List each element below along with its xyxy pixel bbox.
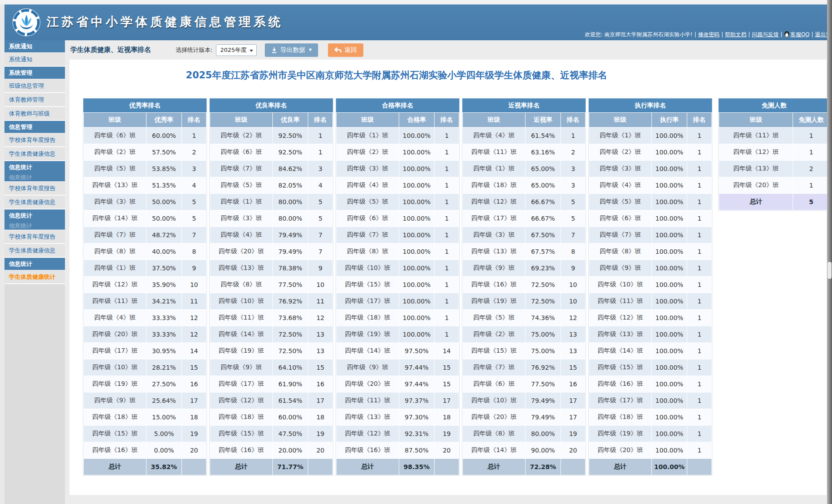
sidebar-item[interactable]: 学校体育年度报告: [4, 133, 65, 147]
sidebar-item[interactable]: 系统通知: [4, 53, 65, 67]
table-cell: 四年级《2》班: [589, 144, 652, 161]
table-cell: 四年级《7》班: [210, 161, 273, 177]
sidebar-item[interactable]: 学校体育年度报告: [4, 182, 65, 196]
table-cell: 1: [687, 161, 712, 177]
table-cell: 四年级《12》班: [463, 194, 526, 210]
table-cell: 四年级《11》班: [589, 293, 652, 310]
main-panel: 2025年度江苏省苏州市吴中区南京师范大学附属苏州石湖实验小学四年级学生体质健康…: [69, 60, 827, 495]
table-cell: 14: [182, 343, 207, 359]
table-cell: 10: [561, 277, 586, 293]
sidebar-item[interactable]: 学生体质健康信息: [4, 244, 65, 258]
table-cell: 四年级《11》班: [210, 310, 273, 326]
table-cell: 10: [182, 277, 207, 293]
header-link-客服QQ[interactable]: 客服QQ: [790, 31, 810, 38]
vertical-scrollbar[interactable]: [827, 0, 832, 504]
sidebar-label: 学生体质健康统计: [9, 273, 56, 280]
table-cell: 四年级《20》班: [719, 177, 793, 194]
back-button[interactable]: 返回: [328, 43, 363, 57]
table-cell: 100.00%: [651, 128, 687, 144]
sidebar-item[interactable]: 学生体质健康信息: [4, 147, 65, 161]
table-cell: 61.54%: [272, 393, 308, 409]
sidebar-item[interactable]: 班级信息管理: [4, 79, 65, 93]
total-cell: 总计: [719, 194, 793, 210]
table-cell: 79.49%: [272, 227, 308, 243]
link-separator: |: [748, 31, 750, 38]
sidebar-label: 学生体质健康信息: [9, 199, 56, 205]
total-cell: [182, 459, 207, 475]
table-good-rate-ranking: 优良率排名班级优良率排名四年级《2》班92.50%1四年级《6》班92.50%1…: [209, 98, 333, 476]
table-cell: 92.50%: [272, 144, 308, 161]
table-row: 四年级《5》班74.36%12: [463, 310, 586, 326]
table-row: 四年级《16》班72.50%10: [463, 277, 586, 293]
header-link-修改密码[interactable]: 修改密码: [698, 31, 720, 38]
table-row: 四年级《8》班80.00%19: [463, 426, 586, 442]
table-cell: 四年级《3》班: [210, 210, 273, 227]
table-cell: 19: [561, 426, 586, 442]
total-cell: 98.35%: [399, 459, 434, 475]
table-group-header: 免测人数: [719, 98, 830, 112]
table-row: 四年级《16》班87.50%20: [336, 442, 459, 459]
table-row: 四年级《4》班79.49%7: [210, 227, 333, 243]
table-cell: 100.00%: [399, 326, 434, 343]
column-header: 近视率: [525, 113, 560, 128]
table-row: 四年级《9》班100.00%1: [589, 260, 712, 277]
sidebar-item[interactable]: 学生体质健康统计: [4, 270, 65, 284]
sidebar-group-header[interactable]: 信息统计信息统计: [4, 161, 65, 182]
table-row: 四年级《5》班53.85%3: [84, 161, 207, 177]
table-cell: 1: [182, 128, 207, 144]
sidebar-item[interactable]: 体育教师管理: [4, 93, 65, 107]
table-cell: 1: [435, 177, 459, 194]
table-cell: 1: [687, 260, 712, 277]
scrollbar-thumb[interactable]: [828, 262, 832, 279]
table-cell: 四年级《15》班: [589, 359, 652, 376]
table-cell: 77.50%: [272, 277, 308, 293]
table-cell: 13: [561, 343, 586, 359]
column-header-row: 班级优秀率排名: [84, 113, 207, 128]
app-header: 江苏省中小学体质健康信息管理系统 欢迎您: 南京师范大学附属苏州石湖实验小学!|…: [4, 4, 832, 40]
table-cell: 80.00%: [272, 210, 308, 227]
column-header: 优秀率: [146, 113, 181, 128]
table-row: 四年级《12》班35.90%10: [84, 277, 207, 293]
version-select[interactable]: 2025年度: [216, 44, 257, 56]
table-cell: 3: [561, 177, 586, 194]
export-data-button[interactable]: 导出数据 ▼: [265, 43, 318, 57]
table-row: 四年级《7》班84.62%3: [210, 161, 333, 177]
sidebar-item[interactable]: 体育教师与班级: [4, 107, 65, 121]
sidebar-group-header[interactable]: 信息统计: [4, 258, 65, 270]
table-cell: 四年级《14》班: [336, 343, 399, 359]
table-cell: 12: [182, 326, 207, 343]
table-cell: 100.00%: [651, 144, 687, 161]
table-cell: 四年级《7》班: [84, 227, 147, 243]
table-cell: 66.67%: [525, 194, 560, 210]
sidebar-ghost-label: 信息统计: [9, 174, 65, 180]
table-cell: 7: [182, 227, 207, 243]
table-cell: 1: [687, 409, 712, 426]
table-cell: 1: [687, 177, 712, 194]
table-cell: 10: [308, 277, 333, 293]
table-cell: 四年级《4》班: [210, 227, 273, 243]
table-row: 四年级《19》班72.50%13: [210, 343, 333, 359]
sidebar-item[interactable]: 学生体质健康信息: [4, 196, 65, 209]
table-cell: 69.23%: [525, 260, 560, 277]
window-left-edge: [0, 4, 4, 504]
sidebar-group-header[interactable]: 系统管理: [4, 67, 65, 79]
table-execution-rate-ranking: 执行率排名班级执行率排名四年级《1》班100.00%1四年级《2》班100.00…: [588, 98, 712, 476]
table-cell: 97.44%: [399, 359, 434, 376]
sidebar-item[interactable]: 学校体育年度报告: [4, 230, 65, 244]
table-cell: 100.00%: [651, 177, 687, 194]
table-row: 四年级《19》班27.50%16: [84, 376, 207, 393]
sidebar-group-header[interactable]: 信息统计信息统计: [4, 209, 65, 230]
sidebar-group-header[interactable]: 系统通知: [4, 40, 65, 53]
header-link-帮助文档[interactable]: 帮助文档: [725, 31, 746, 38]
table-cell: 四年级《17》班: [463, 210, 526, 227]
header-link-问题与反馈[interactable]: 问题与反馈: [752, 31, 779, 38]
table-cell: 1: [435, 210, 459, 227]
table-row: 四年级《17》班66.67%5: [463, 210, 586, 227]
table-cell: 四年级《19》班: [589, 426, 652, 442]
table-row: 四年级《4》班33.33%12: [84, 310, 207, 326]
table-cell: 97.50%: [399, 343, 434, 359]
table-cell: 5.00%: [146, 426, 181, 442]
table-cell: 20: [561, 442, 586, 459]
sidebar-group-header[interactable]: 信息管理: [4, 121, 65, 133]
table-cell: 20: [435, 442, 459, 459]
